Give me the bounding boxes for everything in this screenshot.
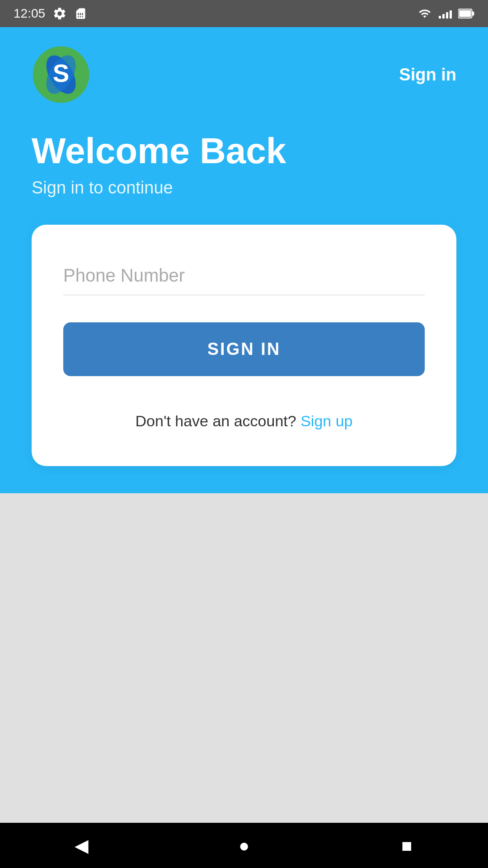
signal-bars [439, 9, 452, 19]
status-right [417, 7, 474, 20]
wifi-icon [417, 7, 432, 20]
signup-link[interactable]: Sign up [300, 412, 352, 429]
header-signin-link[interactable]: Sign in [399, 65, 456, 85]
status-time: 12:05 [14, 6, 45, 21]
sim-card-icon [74, 6, 87, 21]
no-account-text: Don't have an account? [136, 412, 296, 429]
signup-row: Don't have an account? Sign up [63, 412, 425, 430]
header-section: S Sign in Welcome Back Sign in to contin… [0, 27, 488, 225]
signin-button[interactable]: SIGN IN [63, 322, 425, 376]
nav-home-button[interactable]: ● [226, 827, 262, 863]
nav-recent-button[interactable]: ■ [389, 827, 425, 863]
welcome-subtitle: Sign in to continue [32, 178, 456, 198]
header-top: S Sign in [32, 45, 456, 104]
status-left: 12:05 [14, 6, 87, 21]
app-logo: S [32, 45, 90, 104]
login-card: SIGN IN Don't have an account? Sign up [32, 225, 456, 466]
phone-input[interactable] [63, 256, 425, 295]
svg-rect-2 [472, 11, 474, 16]
status-bar: 12:05 [0, 0, 488, 27]
settings-icon [52, 6, 67, 21]
card-container-bg: SIGN IN Don't have an account? Sign up [0, 225, 488, 493]
svg-text:S: S [53, 60, 69, 87]
svg-rect-1 [459, 10, 471, 17]
battery-icon [458, 8, 474, 19]
nav-back-button[interactable]: ◀ [63, 827, 99, 863]
nav-bar: ◀ ● ■ [0, 823, 488, 868]
welcome-title: Welcome Back [32, 131, 456, 171]
gray-area [0, 493, 488, 823]
main-content: SIGN IN Don't have an account? Sign up [0, 225, 488, 823]
phone-input-group [63, 256, 425, 295]
